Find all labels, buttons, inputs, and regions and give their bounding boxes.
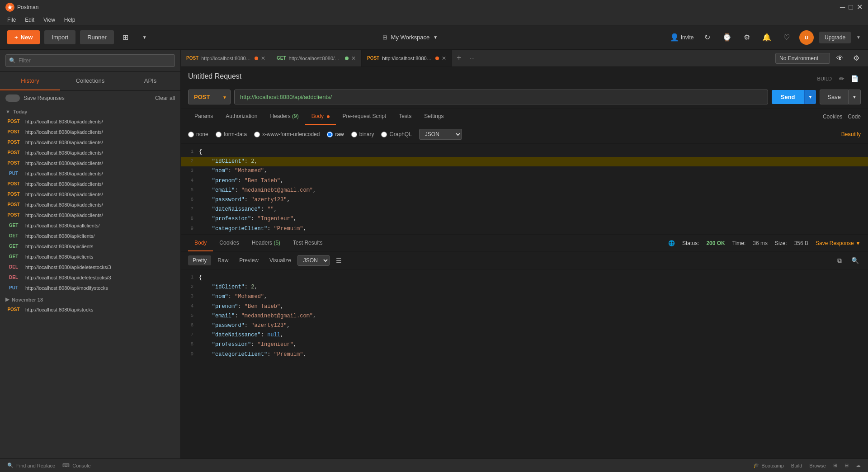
code-link[interactable]: Code	[848, 109, 861, 124]
eye-icon[interactable]: 👁	[834, 52, 846, 65]
menu-edit[interactable]: Edit	[21, 16, 38, 24]
body-type-graphql[interactable]: GraphQL	[381, 131, 411, 137]
save-responses-switch[interactable]	[5, 94, 20, 102]
layout-icon[interactable]: ⊞	[118, 30, 133, 45]
new-button[interactable]: + New	[7, 30, 40, 44]
visualize-button[interactable]: Visualize	[265, 255, 296, 265]
list-item[interactable]: POST http://localhost:8080/api/stocks	[0, 304, 180, 315]
maximize-button[interactable]: □	[849, 4, 853, 10]
menu-help[interactable]: Help	[61, 16, 79, 24]
history-group-today[interactable]: ▼ Today	[0, 105, 180, 116]
tab-history[interactable]: History	[0, 72, 60, 90]
list-item[interactable]: POST http://localhost:8080/api/addclient…	[0, 127, 180, 137]
tab-headers[interactable]: Headers (9)	[264, 109, 305, 125]
request-tab-2[interactable]: GET http://localhost:8080/api/clients ✕	[271, 50, 362, 66]
runner-button[interactable]: Runner	[80, 30, 114, 44]
split-pane-icon[interactable]: ⊟	[844, 463, 849, 468]
avatar[interactable]: U	[799, 30, 814, 45]
list-item[interactable]: DEL http://localhost:8080/api/deletestoc…	[0, 262, 180, 272]
list-item[interactable]: GET http://localhost:8080/api/allclients…	[0, 220, 180, 231]
beautify-button[interactable]: Beautify	[841, 131, 861, 137]
doc-icon[interactable]: 📄	[848, 72, 861, 85]
tab-params[interactable]: Params	[188, 109, 219, 125]
list-item[interactable]: POST http://localhost:8080/api/addclient…	[0, 158, 180, 168]
list-item[interactable]: POST http://localhost:8080/api/addclient…	[0, 179, 180, 189]
request-body-editor[interactable]: 1 { 2 "idClient": 2, 3 "nom": "Mohamed",…	[181, 144, 868, 234]
request-tab-1[interactable]: POST http://localhost:8080/api/allst... …	[181, 50, 271, 66]
list-item[interactable]: GET http://localhost:8080/api/clients	[0, 241, 180, 251]
list-item[interactable]: POST http://localhost:8080/api/addclient…	[0, 199, 180, 210]
tab-body[interactable]: Body	[305, 109, 336, 125]
cloud-icon[interactable]: ☁	[856, 463, 861, 468]
url-input[interactable]	[234, 90, 768, 104]
sync-icon[interactable]: ↻	[700, 30, 714, 45]
list-item[interactable]: PUT http://localhost:8080/api/addclients…	[0, 168, 180, 179]
settings-icon[interactable]: ⚙	[740, 30, 754, 45]
layout-dropdown[interactable]: ▼	[137, 30, 152, 45]
cookies-link[interactable]: Cookies	[823, 109, 842, 124]
layout-icon[interactable]: ⊞	[833, 463, 837, 468]
more-tabs-button[interactable]: ···	[466, 55, 479, 62]
menu-file[interactable]: File	[4, 16, 19, 24]
environment-selector[interactable]: No Environment	[775, 53, 830, 64]
clear-all-button[interactable]: Clear all	[155, 95, 175, 101]
list-item[interactable]: GET http://localhost:8080/api/clients/	[0, 231, 180, 241]
build-button[interactable]: Build	[791, 463, 802, 468]
tab-authorization[interactable]: Authorization	[219, 109, 264, 125]
preview-button[interactable]: Preview	[235, 255, 263, 265]
body-type-none[interactable]: none	[188, 131, 208, 137]
history-group-nov18[interactable]: ▶ November 18	[0, 293, 180, 304]
list-item[interactable]: PUT http://localhost:8080/api/modifystoc…	[0, 283, 180, 293]
request-tab-3[interactable]: POST http://localhost:8080/api/clien... …	[362, 50, 452, 66]
menu-view[interactable]: View	[40, 16, 59, 24]
heart-icon[interactable]: ♡	[779, 30, 794, 45]
list-item[interactable]: POST http://localhost:8080/api/addclient…	[0, 116, 180, 127]
save-response-button[interactable]: Save Response ▼	[816, 240, 861, 246]
send-dropdown-button[interactable]: ▼	[804, 90, 816, 104]
response-tab-cookies[interactable]: Cookies	[213, 235, 245, 251]
notification-icon[interactable]: 🔔	[760, 30, 774, 45]
tab-close-button[interactable]: ✕	[261, 55, 265, 61]
tab-collections[interactable]: Collections	[60, 72, 120, 90]
response-format-selector[interactable]: JSON	[297, 255, 330, 266]
wrap-icon[interactable]: ☰	[331, 255, 346, 266]
tab-tests[interactable]: Tests	[392, 109, 418, 125]
edit-icon[interactable]: ✏	[835, 72, 848, 85]
tab-apis[interactable]: APIs	[120, 72, 180, 90]
workspace-selector[interactable]: ⊞ My Workspace ▼	[382, 34, 438, 41]
response-tab-test-results[interactable]: Test Results	[287, 235, 329, 251]
upgrade-button[interactable]: Upgrade	[819, 32, 851, 43]
copy-icon[interactable]: ⧉	[834, 255, 845, 266]
browse-button[interactable]: Browse	[809, 463, 826, 468]
tab-prerequest[interactable]: Pre-request Script	[336, 109, 392, 125]
raw-button[interactable]: Raw	[213, 255, 233, 265]
tab-close-button[interactable]: ✕	[442, 55, 446, 61]
tab-settings[interactable]: Settings	[418, 109, 450, 125]
method-select[interactable]: POST GET PUT DELETE	[188, 90, 231, 104]
console-area[interactable]: ⌨ Console	[62, 463, 90, 468]
minimize-button[interactable]: ─	[840, 4, 845, 10]
body-type-urlencoded[interactable]: x-www-form-urlencoded	[254, 131, 320, 137]
send-button[interactable]: Send	[772, 90, 804, 104]
tab-close-button[interactable]: ✕	[351, 55, 356, 61]
body-type-raw[interactable]: raw	[327, 131, 344, 137]
bootcamp-button[interactable]: 🎓 Bootcamp	[753, 463, 784, 468]
list-item[interactable]: POST http://localhost:8080/api/addclient…	[0, 147, 180, 158]
pretty-button[interactable]: Pretty	[188, 255, 211, 265]
new-tab-button[interactable]: +	[452, 53, 466, 63]
format-selector[interactable]: JSON Text JavaScript XML	[419, 129, 462, 140]
save-dropdown-button[interactable]: ▼	[849, 90, 861, 104]
search-input[interactable]	[5, 54, 175, 67]
list-item[interactable]: DEL http://localhost:8080/api/deletestoc…	[0, 272, 180, 283]
list-item[interactable]: GET http://localhost:8080/api/clients	[0, 251, 180, 262]
invite-button[interactable]: 👤 Invite	[668, 30, 695, 45]
settings-icon[interactable]: ⚙	[850, 52, 863, 65]
list-item[interactable]: POST http://localhost:8080/api/addclient…	[0, 210, 180, 220]
body-type-binary[interactable]: binary	[351, 131, 374, 137]
list-item[interactable]: POST http://localhost:8080/api/addclient…	[0, 137, 180, 147]
body-type-formdata[interactable]: form-data	[216, 131, 247, 137]
find-replace-area[interactable]: 🔍 Find and Replace	[7, 463, 55, 468]
import-button[interactable]: Import	[44, 30, 75, 44]
response-tab-body[interactable]: Body	[188, 235, 213, 251]
save-button[interactable]: Save	[820, 90, 849, 104]
